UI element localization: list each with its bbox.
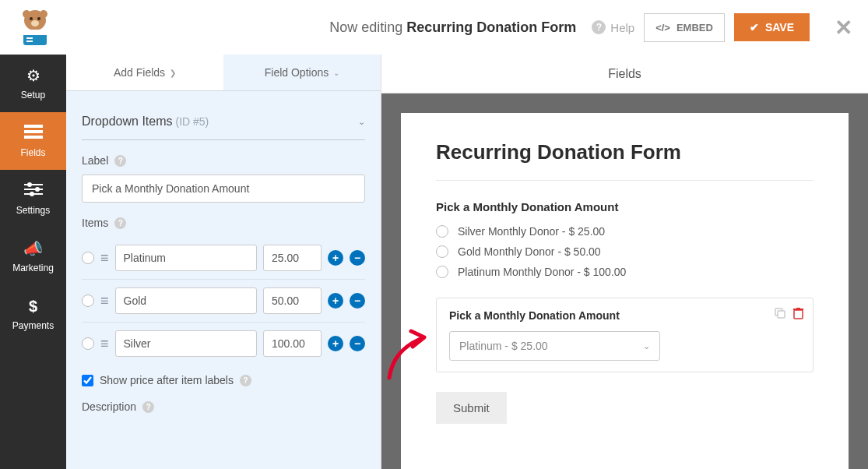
remove-item-button[interactable]: −	[350, 336, 365, 351]
check-icon: ✔	[750, 21, 759, 34]
tooltip-icon[interactable]: ?	[142, 401, 154, 413]
gear-icon: ⚙	[26, 66, 40, 85]
drag-handle-icon[interactable]: ≡	[100, 250, 109, 266]
sidebar-item-payments[interactable]: $ Payments	[0, 285, 66, 343]
svg-rect-7	[23, 30, 47, 35]
radio-option-label: Gold Monthly Donor - $ 50.00	[458, 245, 601, 258]
tab-add-label: Add Fields	[114, 66, 165, 79]
dollar-icon: $	[29, 298, 37, 316]
radio-default[interactable]	[82, 294, 94, 307]
svg-point-18	[30, 192, 34, 196]
svg-rect-9	[26, 41, 33, 42]
radio-section-label: Pick a Monthly Donation Amount	[436, 200, 814, 213]
radio-icon	[436, 266, 448, 278]
dropdown-field-preview[interactable]: Pick a Monthly Donation Amount Platinum …	[436, 298, 814, 372]
field-options-panel: Add Fields ❯ Field Options ⌄ Dropdown It…	[66, 0, 381, 469]
sidebar: ⚙ Setup Fields Settings 📣 Marketing $ Pa…	[0, 0, 66, 469]
tab-field-options[interactable]: Field Options ⌄	[223, 55, 381, 90]
trash-icon[interactable]	[793, 308, 803, 322]
radio-option[interactable]: Gold Monthly Donor - $ 50.00	[436, 245, 814, 258]
help-link[interactable]: ? Help	[592, 20, 634, 34]
embed-label: EMBED	[676, 22, 713, 34]
editing-prefix: Now editing	[329, 19, 402, 35]
svg-point-14	[27, 182, 32, 187]
submit-button[interactable]: Submit	[436, 392, 507, 424]
dropdown-label: Pick a Monthly Donation Amount	[449, 309, 800, 322]
drag-handle-icon[interactable]: ≡	[100, 293, 109, 309]
add-item-button[interactable]: +	[328, 336, 343, 351]
help-icon: ?	[592, 20, 606, 34]
item-row: ≡ + −	[82, 237, 365, 280]
svg-rect-8	[26, 37, 33, 39]
remove-item-button[interactable]: −	[350, 250, 365, 266]
tab-add-fields[interactable]: Add Fields ❯	[66, 55, 223, 90]
sliders-icon	[24, 182, 43, 200]
radio-option[interactable]: Silver Monthly Donor - $ 25.00	[436, 225, 814, 238]
chevron-right-icon: ❯	[170, 69, 176, 77]
show-price-checkbox[interactable]	[82, 375, 93, 386]
tooltip-icon[interactable]: ?	[114, 217, 126, 229]
item-price-input[interactable]	[263, 287, 322, 314]
svg-rect-10	[24, 125, 43, 128]
checkbox-label: Show price after item labels	[100, 374, 234, 386]
item-name-input[interactable]	[115, 330, 257, 357]
accordion-id: (ID #5)	[176, 115, 209, 128]
duplicate-icon[interactable]	[775, 308, 785, 322]
svg-rect-21	[794, 310, 803, 319]
tooltip-icon[interactable]: ?	[240, 375, 251, 386]
item-price-input[interactable]	[263, 330, 322, 357]
panel-tabs: Add Fields ❯ Field Options ⌄	[66, 55, 381, 91]
svg-point-5	[31, 20, 39, 26]
megaphone-icon: 📣	[23, 239, 43, 258]
preview-panel: Fields Recurring Donation Form Pick a Mo…	[381, 0, 868, 469]
sidebar-item-fields[interactable]: Fields	[0, 112, 66, 170]
embed-button[interactable]: </> EMBED	[644, 13, 725, 42]
top-bar: Now editing Recurring Donation Form ? He…	[0, 0, 868, 55]
item-name-input[interactable]	[115, 287, 257, 314]
radio-default[interactable]	[82, 252, 94, 264]
sidebar-payments-label: Payments	[12, 320, 54, 331]
editing-title: Recurring Donation Form	[406, 19, 576, 35]
item-price-input[interactable]	[263, 245, 322, 271]
tooltip-icon[interactable]: ?	[114, 155, 126, 167]
drag-handle-icon[interactable]: ≡	[100, 336, 109, 352]
item-row: ≡ + −	[82, 280, 365, 323]
save-button[interactable]: ✔ SAVE	[734, 13, 810, 41]
accordion-header[interactable]: Dropdown Items (ID #5) ⌄	[82, 107, 365, 140]
sidebar-item-setup[interactable]: ⚙ Setup	[0, 55, 66, 112]
chevron-down-icon: ⌄	[643, 341, 650, 351]
dropdown-field[interactable]: Platinum - $ 25.00 ⌄	[449, 331, 660, 361]
svg-point-3	[30, 17, 33, 20]
add-item-button[interactable]: +	[328, 293, 343, 309]
items-label: Items	[82, 217, 108, 229]
radio-option-label: Platinum Monthly Donor - $ 100.00	[458, 266, 626, 278]
svg-rect-20	[778, 311, 785, 318]
svg-point-4	[37, 17, 40, 20]
remove-item-button[interactable]: −	[350, 293, 365, 309]
radio-option[interactable]: Platinum Monthly Donor - $ 100.00	[436, 266, 814, 278]
radio-option-label: Silver Monthly Donor - $ 25.00	[458, 225, 605, 238]
form-preview-card: Recurring Donation Form Pick a Monthly D…	[401, 113, 849, 469]
chevron-down-icon: ⌄	[333, 69, 339, 77]
radio-icon	[436, 245, 448, 258]
svg-point-1	[23, 10, 30, 18]
description-label: Description	[82, 400, 136, 413]
label-input[interactable]	[82, 175, 365, 203]
close-icon[interactable]: ✕	[835, 15, 852, 41]
radio-default[interactable]	[82, 337, 94, 350]
sidebar-item-marketing[interactable]: 📣 Marketing	[0, 227, 66, 285]
arrow-annotation-icon	[381, 323, 436, 386]
editing-text: Now editing Recurring Donation Form	[329, 19, 576, 36]
list-icon	[24, 125, 43, 143]
sidebar-item-settings[interactable]: Settings	[0, 170, 66, 227]
logo-icon	[16, 8, 54, 47]
svg-point-2	[40, 10, 47, 18]
items-list: ≡ + − ≡ + −	[82, 237, 365, 365]
sidebar-settings-label: Settings	[16, 205, 50, 216]
save-label: SAVE	[765, 21, 794, 34]
add-item-button[interactable]: +	[328, 250, 343, 266]
sidebar-marketing-label: Marketing	[12, 263, 54, 273]
tab-options-label: Field Options	[265, 66, 329, 79]
chevron-down-icon: ⌄	[358, 117, 365, 127]
item-name-input[interactable]	[115, 245, 257, 271]
